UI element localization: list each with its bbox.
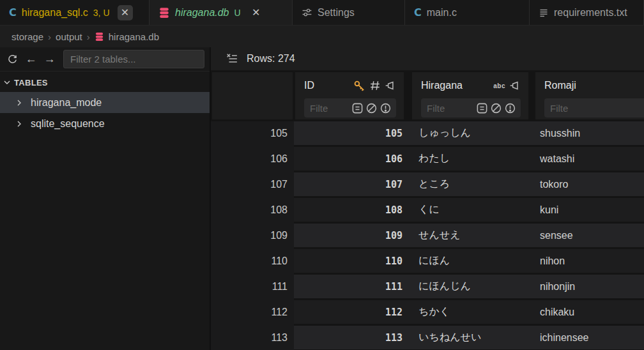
table-row: 113 113 いちねんせい ichinensee bbox=[211, 326, 644, 349]
row-number-cell[interactable]: 110 bbox=[211, 249, 294, 273]
column-filter-input[interactable] bbox=[310, 103, 350, 114]
breadcrumb-item-file[interactable]: hiragana.db bbox=[109, 31, 159, 42]
hiragana-cell[interactable]: せんせえ bbox=[404, 224, 535, 247]
id-cell[interactable]: 108 bbox=[294, 198, 404, 222]
column-title-row: Hiragana abc bbox=[421, 77, 521, 95]
table-row: 109 109 せんせえ sensee bbox=[211, 224, 644, 247]
column-name: Hiragana bbox=[421, 80, 463, 91]
row-number-cell[interactable]: 113 bbox=[211, 326, 294, 349]
primary-key-icon bbox=[353, 80, 365, 92]
close-icon[interactable]: ✕ bbox=[118, 5, 133, 20]
column-header-id[interactable]: ID bbox=[295, 72, 404, 119]
romaji-cell[interactable]: kuni bbox=[535, 198, 644, 222]
hiragana-cell[interactable]: しゅっしん bbox=[404, 121, 535, 145]
id-cell[interactable]: 112 bbox=[294, 300, 404, 324]
filter-not-icon[interactable] bbox=[503, 101, 517, 115]
filter-equals-icon[interactable] bbox=[350, 101, 364, 115]
hiragana-cell[interactable]: いちねんせい bbox=[404, 326, 535, 349]
row-number-cell[interactable]: 112 bbox=[211, 300, 294, 324]
table-name-label: sqlite_sequence bbox=[31, 118, 105, 130]
row-band: 113 いちねんせい ichinensee bbox=[294, 326, 644, 349]
breadcrumb-item-storage[interactable]: storage bbox=[12, 31, 43, 42]
pin-icon[interactable] bbox=[509, 80, 521, 91]
hiragana-cell[interactable]: くに bbox=[404, 198, 535, 222]
hiragana-cell[interactable]: にほんじん bbox=[404, 275, 535, 298]
row-number-cell[interactable]: 109 bbox=[211, 224, 294, 247]
sidebar-item-hiragana-mode[interactable]: hiragana_mode bbox=[0, 92, 210, 113]
column-filter-input[interactable] bbox=[427, 103, 475, 114]
row-band: 107 ところ tokoro bbox=[294, 172, 644, 196]
filter-null-icon[interactable] bbox=[364, 101, 378, 115]
arrow-left-icon[interactable]: ← bbox=[24, 51, 38, 68]
sidebar: ← → TABLES hiragana_mode bbox=[0, 47, 211, 350]
data-grid-region: Rows: 274 ID bbox=[211, 47, 644, 350]
column-filter bbox=[421, 98, 521, 118]
column-filter-input[interactable] bbox=[550, 103, 644, 114]
romaji-cell[interactable]: nihon bbox=[535, 249, 644, 273]
database-icon bbox=[158, 7, 170, 19]
id-cell[interactable]: 113 bbox=[294, 326, 404, 349]
id-cell[interactable]: 105 bbox=[294, 121, 404, 145]
tab-main-c[interactable]: C main.c bbox=[405, 0, 530, 25]
table-row: 107 107 ところ tokoro bbox=[211, 172, 644, 196]
row-band: 108 くに kuni bbox=[294, 198, 644, 222]
romaji-cell[interactable]: watashi bbox=[535, 147, 644, 171]
filter-not-icon[interactable] bbox=[378, 101, 392, 115]
row-band: 109 せんせえ sensee bbox=[294, 224, 644, 247]
table-name-label: hiragana_mode bbox=[31, 97, 102, 109]
tab-hiragana-db[interactable]: hiragana.db U ✕ bbox=[150, 0, 293, 25]
tab-hiragana-sql-c[interactable]: C hiragana_sql.c 3, U ✕ bbox=[0, 0, 150, 25]
c-file-icon: C bbox=[414, 6, 422, 19]
romaji-cell[interactable]: nihonjin bbox=[535, 275, 644, 298]
id-cell[interactable]: 107 bbox=[294, 172, 404, 196]
pin-icon[interactable] bbox=[385, 80, 396, 91]
romaji-cell[interactable]: shusshin bbox=[535, 121, 644, 145]
grid-rows: 105 105 しゅっしん shusshin 106 106 わたし watas… bbox=[211, 121, 644, 350]
column-header-romaji[interactable]: Romaji abc bbox=[535, 72, 644, 119]
romaji-cell[interactable]: chikaku bbox=[535, 300, 644, 324]
id-cell[interactable]: 106 bbox=[294, 147, 404, 171]
id-cell[interactable]: 109 bbox=[294, 224, 404, 247]
number-type-icon bbox=[369, 80, 381, 91]
id-cell[interactable]: 110 bbox=[294, 249, 404, 273]
tab-label: requirements.txt bbox=[554, 7, 627, 19]
chevron-right-icon: › bbox=[87, 31, 90, 42]
table-filter-input[interactable] bbox=[63, 50, 204, 68]
arrow-right-icon[interactable]: → bbox=[42, 51, 57, 68]
romaji-cell[interactable]: tokoro bbox=[535, 172, 644, 196]
hiragana-cell[interactable]: ところ bbox=[404, 172, 535, 196]
row-band: 105 しゅっしん shusshin bbox=[294, 121, 644, 145]
filter-equals-icon[interactable] bbox=[475, 101, 489, 115]
id-cell[interactable]: 111 bbox=[294, 275, 404, 298]
hiragana-cell[interactable]: にほん bbox=[404, 249, 535, 273]
sidebar-item-sqlite-sequence[interactable]: sqlite_sequence bbox=[0, 113, 210, 134]
table-row: 108 108 くに kuni bbox=[211, 198, 644, 222]
close-icon[interactable]: ✕ bbox=[249, 5, 264, 20]
row-count-label: Rows: 274 bbox=[247, 53, 295, 65]
row-number-cell[interactable]: 105 bbox=[211, 121, 294, 145]
row-number-cell[interactable]: 106 bbox=[211, 147, 294, 171]
c-file-icon: C bbox=[9, 6, 17, 19]
filter-null-icon[interactable] bbox=[489, 101, 503, 115]
clear-filters-icon[interactable] bbox=[224, 50, 240, 67]
row-number-cell[interactable]: 107 bbox=[211, 172, 294, 196]
text-file-icon bbox=[539, 8, 549, 18]
breadcrumb-item-output[interactable]: output bbox=[56, 31, 82, 42]
row-band: 112 ちかく chikaku bbox=[294, 300, 644, 324]
settings-sliders-icon bbox=[302, 7, 312, 18]
tab-settings[interactable]: Settings bbox=[293, 0, 405, 25]
text-type-icon: abc bbox=[493, 82, 505, 89]
tab-requirements-txt[interactable]: requirements.txt bbox=[530, 0, 644, 25]
row-band: 111 にほんじん nihonjin bbox=[294, 275, 644, 298]
romaji-cell[interactable]: ichinensee bbox=[535, 326, 644, 349]
refresh-icon[interactable] bbox=[5, 51, 20, 68]
hiragana-cell[interactable]: わたし bbox=[404, 147, 535, 171]
romaji-cell[interactable]: sensee bbox=[535, 224, 644, 247]
tables-section-header[interactable]: TABLES bbox=[0, 72, 210, 92]
row-number-cell[interactable]: 111 bbox=[211, 275, 294, 298]
hiragana-cell[interactable]: ちかく bbox=[404, 300, 535, 324]
row-number-cell[interactable]: 108 bbox=[211, 198, 294, 222]
column-filter bbox=[304, 98, 396, 118]
column-header-hiragana[interactable]: Hiragana abc bbox=[412, 72, 528, 119]
sidebar-toolbar: ← → bbox=[0, 47, 210, 72]
